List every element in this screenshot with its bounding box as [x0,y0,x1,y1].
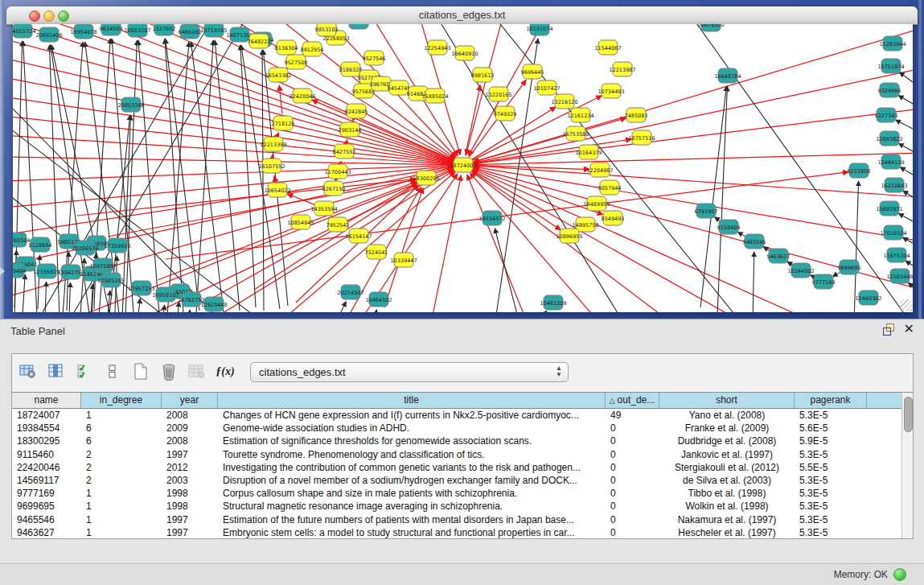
network-node[interactable]: 16753588 [562,126,589,141]
create-column-button[interactable] [129,360,153,384]
network-node[interactable]: 11544087 [594,40,621,55]
network-node[interactable]: 10107427 [533,80,560,95]
network-node[interactable]: 9853102 [315,24,339,36]
network-node[interactable]: 10244502 [787,263,814,278]
network-node[interactable]: 8813054 [347,24,371,29]
network-node[interactable]: 10719185 [200,24,227,37]
network-node[interactable]: 9158409 [717,220,741,234]
network-node[interactable]: 10734493 [598,84,624,98]
network-node[interactable]: 20214507 [337,285,363,299]
network-node[interactable]: 8267150 [322,181,346,196]
network-node[interactable]: 11675304 [883,248,910,262]
network-node[interactable]: 7952543 [326,217,350,232]
table-row[interactable]: 1830029562008Estimation of significance … [12,435,903,447]
scrollbar-thumb[interactable] [904,397,913,432]
network-node[interactable]: 12093822 [876,131,902,146]
network-node[interactable]: 12444139 [877,154,904,169]
column-header-short[interactable]: short [659,393,795,408]
network-node[interactable]: 11283944 [879,36,906,51]
column-header-year[interactable]: year [162,393,218,408]
table-vertical-scrollbar[interactable] [901,392,913,538]
network-node[interactable]: 16489955 [583,196,610,211]
network-node[interactable]: 15751074 [877,59,904,73]
memory-status-icon[interactable] [893,568,906,581]
network-node[interactable]: 9527546 [363,51,386,65]
row-height-button[interactable] [101,360,125,384]
column-header-outde[interactable]: △out_de... [606,393,659,408]
select-rows-button[interactable] [72,360,97,384]
panel-collapse-arrow-icon[interactable] [0,267,5,275]
network-node[interactable]: 18724007 [450,158,476,172]
table-row[interactable]: 2242004622012Investigating the contribut… [12,461,903,474]
table-row[interactable]: 977716911998Corpus callosum shape and si… [12,487,903,500]
network-node[interactable]: 13216120 [551,94,577,109]
table-row[interactable]: 946554611997Estimation of the future num… [12,513,903,526]
network-node[interactable]: 12213987 [609,62,635,76]
table-settings-button[interactable] [16,360,40,384]
column-header-title[interactable]: title [218,393,606,408]
network-node[interactable]: 18300295 [413,171,439,185]
column-header-name[interactable]: name [12,393,81,408]
table-selector-dropdown[interactable]: citations_edges.txt ▲▼ [250,362,569,382]
network-node[interactable]: 9696445 [521,64,544,79]
network-node[interactable]: 17957253 [128,281,154,295]
network-node[interactable]: 16958107 [152,287,179,302]
network-node[interactable]: 10854945 [287,215,314,229]
network-node[interactable]: 17359928 [104,238,130,253]
network-node[interactable]: 8912954 [301,42,324,56]
function-builder-button[interactable]: ƒ(x) [213,360,237,384]
table-row[interactable]: 1872400712008Changes of HCN gene express… [12,409,903,422]
node-table[interactable]: namein_degreeyeartitle△out_de...shortpag… [12,392,904,538]
network-node[interactable]: 9527508 [285,55,308,69]
network-node[interactable]: 10975887 [89,258,116,273]
network-node[interactable]: 18954078 [70,24,97,39]
table-row[interactable]: 1456911722003Disruption of a novel membe… [12,474,903,487]
network-node[interactable]: 3915404 [13,263,26,278]
network-node[interactable]: 9329966 [878,83,901,97]
table-header-row[interactable]: namein_degreeyeartitle△out_de...shortpag… [12,393,903,409]
network-node[interactable]: 19534572 [478,211,505,225]
network-node[interactable]: 12213399 [260,137,286,151]
network-node[interactable]: 15692971 [876,201,902,216]
network-node[interactable]: 10896955 [556,229,582,243]
network-node[interactable]: 1527602 [153,24,176,35]
column-header-pagerank[interactable]: pagerank [795,393,867,408]
network-node[interactable]: 10464502 [365,292,392,307]
column-header-indegree[interactable]: in_degree [81,393,162,408]
network-node[interactable]: 16648784 [714,68,741,83]
network-node[interactable]: 12923448 [200,297,227,311]
network-node[interactable]: 6981613 [471,68,495,82]
network-node[interactable]: 9465546 [743,234,766,249]
delete-table-button[interactable] [185,360,209,384]
network-node[interactable]: 6466160 [179,24,202,39]
network-node[interactable]: 15885024 [421,89,448,103]
network-node[interactable]: 8136304 [275,40,298,55]
network-node[interactable]: 16107552 [258,159,285,173]
network-node[interactable]: 12440302 [855,290,881,305]
network-node[interactable]: 22420046 [289,89,315,103]
network-node[interactable]: 9749329 [494,106,517,121]
network-node[interactable]: 9057944 [598,180,622,195]
network-node[interactable]: 20053346 [117,97,144,112]
network-node[interactable]: 12254943 [424,40,450,55]
network-node[interactable]: 7485083 [625,108,648,122]
network-node[interactable]: 6791907 [695,204,718,218]
network-node[interactable]: 17016504 [880,225,906,240]
network-window-titlebar[interactable]: citations_edges.txt [6,6,918,25]
table-row[interactable]: 911546021997Tourette syndrome. Phenomeno… [12,448,903,461]
network-node[interactable]: 8549493 [602,211,625,225]
network-node[interactable]: 18131074 [526,24,552,35]
network-node[interactable]: 12204987 [586,163,613,177]
network-node[interactable]: 8128844 [29,237,52,252]
network-node[interactable]: 9463627 [767,249,791,263]
network-node[interactable]: 10164379 [575,145,602,159]
network-node[interactable]: 14353594 [310,201,337,216]
network-node[interactable]: 12103448 [886,269,913,283]
network-node[interactable]: 11700443 [324,164,351,179]
network-node[interactable]: 10653287 [124,24,150,37]
table-row[interactable]: 946362711997Embryonic stem cells: a mode… [12,526,903,539]
float-panel-icon[interactable] [883,323,894,335]
close-panel-icon[interactable]: ✕ [904,323,914,335]
network-node[interactable]: 16640910 [451,46,478,60]
show-columns-button[interactable] [44,360,68,384]
